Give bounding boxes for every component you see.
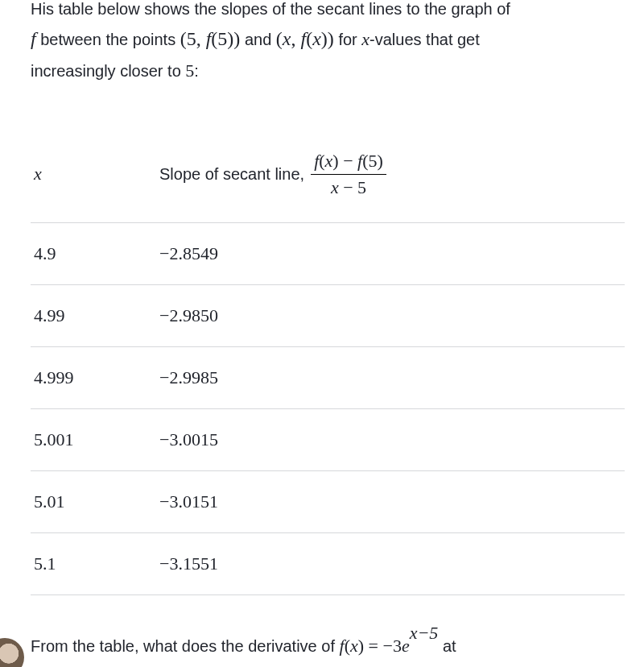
q-neg3: −3 <box>383 636 402 656</box>
table-row: 4.99 −2.9850 <box>31 285 625 347</box>
cell-slope: −2.9985 <box>159 367 218 388</box>
pt1-comma: , <box>196 28 206 49</box>
intro-text-4: -values that get <box>369 31 480 48</box>
question-paragraph: From the table, what does the derivative… <box>31 631 628 667</box>
den-minus: − <box>339 177 357 197</box>
num-5: 5 <box>369 151 378 171</box>
q-open: ( <box>345 636 350 656</box>
num-minus: − <box>339 151 357 171</box>
cell-slope: −3.0151 <box>159 491 218 512</box>
num-c1: ) <box>332 151 338 171</box>
q-eq: = <box>364 636 382 656</box>
den-x: x <box>331 177 339 197</box>
num-o2: ( <box>362 151 368 171</box>
intro-and: and <box>240 31 275 48</box>
q-exp: x−5 <box>410 623 439 643</box>
fraction-numerator: f(x) − f(5) <box>311 150 386 172</box>
pt2-fopen: ( <box>306 28 312 49</box>
den-5: 5 <box>357 177 366 197</box>
num-c2: ) <box>378 151 383 171</box>
page: His table below shows the slopes of the … <box>0 0 644 667</box>
intro-text-1: His table below shows the slopes of the … <box>31 0 510 18</box>
header-fraction: f(x) − f(5) x − 5 <box>311 150 386 198</box>
intro-xvar: x <box>361 29 369 49</box>
intro-text-3: for <box>334 31 361 48</box>
table-row: 4.9 −2.8549 <box>31 223 625 285</box>
cell-x: 5.01 <box>31 491 159 512</box>
cell-x: 4.9 <box>31 243 159 264</box>
num-o1: ( <box>319 151 324 171</box>
q-x: x <box>350 636 358 656</box>
secant-table: x Slope of secant line, f(x) − f(5) x − … <box>31 135 625 595</box>
table-row: 5.1 −3.1551 <box>31 533 625 595</box>
pt2-open: ( <box>276 28 283 49</box>
pt2-fclose: ) <box>321 28 328 49</box>
num-x: x <box>325 151 333 171</box>
table-header: x Slope of secant line, f(x) − f(5) x − … <box>31 135 625 223</box>
header-slope: Slope of secant line, f(x) − f(5) x − 5 <box>159 150 386 198</box>
cell-slope: −2.8549 <box>159 243 218 264</box>
cell-slope: −3.0015 <box>159 429 218 450</box>
pt2-close: ) <box>328 28 334 49</box>
f-symbol: f <box>31 28 36 49</box>
header-slope-label: Slope of secant line, <box>159 165 304 184</box>
pt1-farg: 5 <box>217 28 227 49</box>
cell-slope: −3.1551 <box>159 553 218 574</box>
pt2-x: x <box>283 28 291 49</box>
intro-colon: : <box>194 62 199 80</box>
cell-x: 4.999 <box>31 367 159 388</box>
intro-paragraph: His table below shows the slopes of the … <box>31 0 628 85</box>
pt2-comma: , <box>291 28 301 49</box>
cell-x: 5.1 <box>31 553 159 574</box>
pt1-x: 5 <box>187 28 196 49</box>
table-body: 4.9 −2.8549 4.99 −2.9850 4.999 −2.9985 5… <box>31 223 625 595</box>
pt2-farg: x <box>312 28 321 49</box>
cell-x: 4.99 <box>31 305 159 326</box>
pt1-open: ( <box>180 28 187 49</box>
q-at: at <box>438 637 456 655</box>
q-close: ) <box>358 636 364 656</box>
fraction-denominator: x − 5 <box>328 176 369 199</box>
fraction-bar <box>311 174 386 175</box>
content-area: His table below shows the slopes of the … <box>0 0 644 667</box>
cell-slope: −2.9850 <box>159 305 218 326</box>
header-x: x <box>31 164 159 184</box>
intro-text-2: between the points <box>36 31 180 48</box>
question-text-1: From the table, what does the derivative… <box>31 637 340 655</box>
cell-x: 5.001 <box>31 429 159 450</box>
table-row: 4.999 −2.9985 <box>31 347 625 409</box>
table-row: 5.01 −3.0151 <box>31 471 625 533</box>
table-row: 5.001 −3.0015 <box>31 409 625 471</box>
q-e: e <box>402 636 410 656</box>
intro-text-5: increasingly closer to <box>31 62 185 80</box>
intro-five: 5 <box>185 60 194 81</box>
